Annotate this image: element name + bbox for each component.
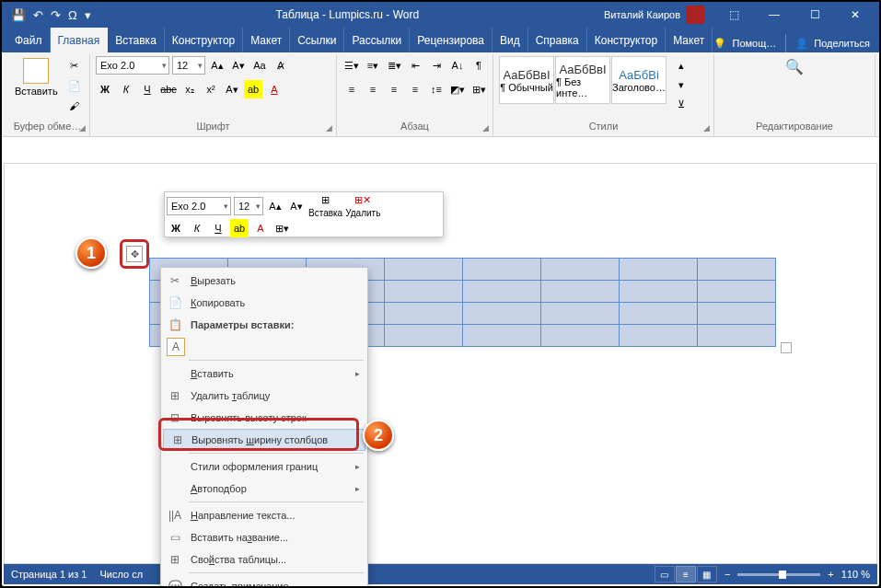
zoom-out-button[interactable]: − xyxy=(725,569,730,580)
find-button[interactable]: 🔍 xyxy=(782,56,807,77)
zoom-in-button[interactable]: + xyxy=(828,569,833,580)
view-read-icon[interactable]: ▭ xyxy=(655,566,675,582)
grow-font-icon[interactable]: A▴ xyxy=(208,56,226,75)
zoom-slider[interactable] xyxy=(737,573,820,576)
italic-button[interactable]: К xyxy=(117,80,135,98)
tab-view[interactable]: Вид xyxy=(493,28,528,52)
align-center-icon[interactable]: ≡ xyxy=(364,80,382,98)
justify-icon[interactable]: ≡ xyxy=(406,80,424,98)
zoom-level[interactable]: 110 % xyxy=(841,569,870,580)
text-effects-icon[interactable]: A▾ xyxy=(223,80,241,98)
shrink-font-icon[interactable]: A▾ xyxy=(229,56,248,75)
ctx-border-styles[interactable]: Стили оформления границ▸ xyxy=(161,455,367,478)
mini-size-combo[interactable]: 12 xyxy=(234,197,263,215)
mini-delete-button[interactable]: ⊞✕ Удалить xyxy=(345,194,380,218)
tab-table-layout[interactable]: Макет xyxy=(666,28,713,52)
cut-icon[interactable]: ✂ xyxy=(65,56,84,75)
tab-references[interactable]: Ссылки xyxy=(290,28,344,52)
mini-font-combo[interactable]: Exo 2.0 xyxy=(167,197,231,215)
show-marks-icon[interactable]: ¶ xyxy=(469,56,488,75)
qat-save-icon[interactable]: 💾 xyxy=(11,8,26,22)
numbering-icon[interactable]: ≡▾ xyxy=(364,56,382,75)
font-size-combo[interactable]: 12 xyxy=(172,56,205,75)
sort-icon[interactable]: A↓ xyxy=(448,56,467,75)
table-move-handle[interactable]: ✥ xyxy=(120,239,149,269)
multilevel-icon[interactable]: ≣▾ xyxy=(385,56,403,75)
view-web-icon[interactable]: ▦ xyxy=(697,566,717,582)
strike-button[interactable]: abc xyxy=(159,80,178,98)
change-case-icon[interactable]: Aa xyxy=(250,56,269,75)
ctx-autofit[interactable]: Автоподбор▸ xyxy=(161,478,367,500)
minimize-button[interactable]: ― xyxy=(754,2,794,28)
styles-down-icon[interactable]: ▾ xyxy=(672,75,690,94)
ctx-text-direction[interactable]: ||AНаправление текста... xyxy=(161,504,367,526)
ctx-new-comment[interactable]: 💬Создать примечание xyxy=(161,575,367,586)
format-painter-icon[interactable]: 🖌 xyxy=(65,97,84,115)
tab-layout[interactable]: Макет xyxy=(243,28,290,52)
mini-insert-button[interactable]: ⊞ Вставка xyxy=(308,194,342,218)
underline-button[interactable]: Ч xyxy=(138,80,156,98)
tab-insert[interactable]: Вставка xyxy=(108,28,165,52)
mini-underline[interactable]: Ч xyxy=(209,219,227,237)
ctx-copy[interactable]: 📄Копировать xyxy=(161,292,367,314)
tab-mailings[interactable]: Рассылки xyxy=(344,28,410,52)
ctx-insert[interactable]: Вставить▸ xyxy=(161,363,367,385)
mini-italic[interactable]: К xyxy=(188,219,206,237)
subscript-button[interactable]: x₂ xyxy=(180,80,199,98)
styles-up-icon[interactable]: ▴ xyxy=(672,56,690,75)
styles-more-icon[interactable]: ⊻ xyxy=(672,95,690,113)
line-spacing-icon[interactable]: ↕≡ xyxy=(427,80,446,98)
tell-me[interactable]: Помощ… xyxy=(732,38,776,49)
ribbon-options-icon[interactable]: ⬚ xyxy=(713,2,754,28)
mini-shrink-icon[interactable]: A▾ xyxy=(287,197,306,215)
ctx-column-width[interactable]: ⊞Выровнять ширину столбцов xyxy=(163,429,365,451)
font-name-combo[interactable]: Exo 2.0 xyxy=(96,56,169,75)
tab-home[interactable]: Главная xyxy=(51,28,109,52)
mini-fontcolor-icon[interactable]: A xyxy=(251,219,270,237)
paste-button[interactable]: Вставить xyxy=(11,56,62,98)
tab-design[interactable]: Конструктор xyxy=(165,28,243,52)
bold-button[interactable]: Ж xyxy=(96,80,114,98)
share-button[interactable]: Поделиться xyxy=(814,38,870,49)
style-normal[interactable]: АаБбВвІ¶ Обычный xyxy=(499,56,554,104)
shading-icon[interactable]: ◩▾ xyxy=(448,80,467,98)
user-area[interactable]: Виталий Каиров xyxy=(604,6,704,24)
align-right-icon[interactable]: ≡ xyxy=(385,80,403,98)
font-color-icon[interactable]: A xyxy=(265,80,284,98)
clear-format-icon[interactable]: A̷ xyxy=(272,56,290,75)
view-print-icon[interactable]: ≡ xyxy=(676,566,696,582)
share-icon: 👤 xyxy=(795,38,808,50)
qat-more-icon[interactable]: ▾ xyxy=(85,8,91,22)
qat-undo-icon[interactable]: ↶ xyxy=(33,8,43,22)
mini-borders-icon[interactable]: ⊞▾ xyxy=(272,219,291,237)
borders-icon[interactable]: ⊞▾ xyxy=(469,80,488,98)
maximize-button[interactable]: ☐ xyxy=(794,2,835,28)
style-heading1[interactable]: АаБбВіЗаголово… xyxy=(611,56,667,104)
copy-icon[interactable]: 📄 xyxy=(65,76,84,95)
mini-highlight-icon[interactable]: ab xyxy=(230,219,249,237)
qat-symbol-icon[interactable]: Ω xyxy=(68,8,77,22)
ctx-cut[interactable]: ✂Вырезать xyxy=(161,270,367,292)
style-nospacing[interactable]: АаБбВвІ¶ Без инте… xyxy=(555,56,610,104)
ctx-row-height[interactable]: ⊟Выровнять высоту строк xyxy=(161,407,367,429)
align-left-icon[interactable]: ≡ xyxy=(342,80,361,98)
status-page[interactable]: Страница 1 из 1 xyxy=(11,569,87,580)
indent-inc-icon[interactable]: ⇥ xyxy=(427,56,446,75)
close-button[interactable]: ✕ xyxy=(835,2,875,28)
bullets-icon[interactable]: ☰▾ xyxy=(342,56,361,75)
tab-file[interactable]: Файл xyxy=(7,28,51,52)
tab-help[interactable]: Справка xyxy=(528,28,587,52)
ctx-insert-caption[interactable]: ▭Вставить название... xyxy=(161,526,367,548)
ctx-table-props[interactable]: ⊞Свойства таблицы... xyxy=(161,548,367,571)
mini-grow-icon[interactable]: A▴ xyxy=(266,197,284,215)
highlight-icon[interactable]: ab xyxy=(244,80,262,98)
tab-review[interactable]: Рецензирова xyxy=(410,28,493,52)
ctx-delete-table[interactable]: ⊞Удалить таблицу xyxy=(161,385,367,407)
indent-dec-icon[interactable]: ⇤ xyxy=(406,56,424,75)
tab-table-design[interactable]: Конструктор xyxy=(587,28,666,52)
ctx-paste-option[interactable]: A xyxy=(161,336,367,358)
superscript-button[interactable]: x² xyxy=(202,80,220,98)
mini-bold[interactable]: Ж xyxy=(167,219,185,237)
qat-redo-icon[interactable]: ↷ xyxy=(51,8,61,22)
status-words[interactable]: Число сл xyxy=(99,569,143,580)
